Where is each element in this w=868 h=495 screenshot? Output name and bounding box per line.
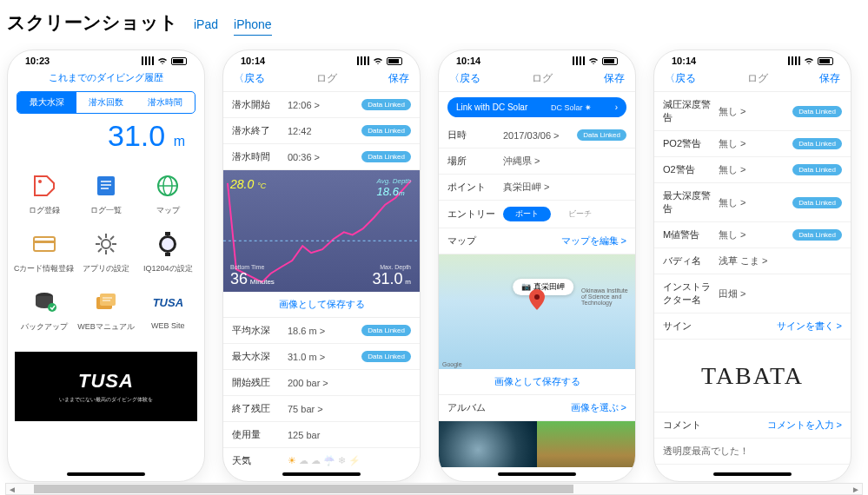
entry-beach[interactable]: ビーチ (556, 207, 604, 221)
nav-title: ログ (747, 71, 768, 86)
data-row[interactable]: 使用量125 bar (223, 422, 420, 448)
data-row[interactable]: 天気☀ ☁ ☁ ☔ ❄ ⚡ (223, 448, 420, 467)
screenshot-3[interactable]: 10:14 〈戻るログ保存 Link with DC SolarDC Solar… (438, 50, 636, 482)
scroll-left-icon[interactable]: ◄ (6, 485, 18, 494)
grid-map[interactable]: マップ (137, 165, 199, 223)
data-row[interactable]: M値警告無し >Data Linked (654, 222, 851, 248)
stat-segment[interactable]: 最大水深 潜水回数 潜水時間 (17, 91, 195, 114)
save-button[interactable]: 保存 (388, 71, 409, 86)
battery-icon (387, 57, 402, 65)
data-row[interactable]: PO2警告無し >Data Linked (654, 131, 851, 157)
section-title: スクリーンショット (7, 10, 178, 35)
svg-line-17 (110, 236, 114, 240)
data-linked-badge: Data Linked (792, 197, 842, 208)
seg-dive-time[interactable]: 潜水時間 (136, 92, 195, 113)
home-indicator (498, 472, 576, 476)
screenshot-4[interactable]: 10:14 〈戻るログ保存 減圧深度警告無し >Data LinkedPO2警告… (653, 50, 851, 482)
map-view[interactable]: 📷 真栄田岬 Okinawa Institute of Science and … (439, 254, 635, 369)
data-row[interactable]: 終了残圧75 bar > (223, 396, 420, 422)
save-button[interactable]: 保存 (819, 71, 840, 86)
album-thumbnails[interactable] (439, 421, 635, 467)
battery-icon (171, 57, 187, 65)
data-row[interactable]: 日時2017/03/06 >Data Linked (439, 122, 635, 148)
grid-website[interactable]: TUSAWEB Site (137, 281, 199, 340)
data-linked-badge: Data Linked (577, 129, 626, 141)
back-button[interactable]: 〈戻る (234, 71, 265, 86)
grid-settings[interactable]: アプリの設定 (75, 223, 136, 281)
depth-chart: 28.0 °C Avg. Depth18.6m Bottom Time36 Mi… (223, 170, 420, 292)
album-row: アルバム画像を選ぶ > (439, 395, 635, 421)
back-button[interactable]: 〈戻る (449, 71, 480, 86)
status-bar: 10:14 (654, 50, 851, 68)
data-row[interactable]: 潜水開始12:06 >Data Linked (223, 92, 420, 118)
screenshots-gallery[interactable]: 10:23 これまでのダイビング履歴 最大水深 潜水回数 潜水時間 31.0 m… (0, 43, 868, 489)
grid-manual[interactable]: WEBマニュアル (75, 281, 136, 340)
grid-log-add[interactable]: ログ登録 (13, 165, 75, 223)
tab-ipad[interactable]: iPad (194, 17, 218, 36)
signal-icon (357, 56, 369, 65)
horizontal-scrollbar[interactable]: ◄ ► (5, 483, 863, 495)
svg-point-20 (162, 238, 174, 250)
pick-image-link[interactable]: 画像を選ぶ > (503, 401, 626, 414)
grid-ccard[interactable]: Cカード情報登録 (13, 223, 75, 281)
svg-rect-1 (97, 176, 115, 195)
svg-line-18 (98, 248, 102, 252)
entry-segment[interactable]: ボート ビーチ (503, 207, 604, 221)
grid-iq1204[interactable]: IQ1204の設定 (137, 223, 199, 281)
data-row[interactable]: 潜水終了12:42Data Linked (223, 118, 420, 144)
data-row[interactable]: インストラクター名田畑 > (654, 274, 851, 314)
data-row[interactable]: 平均水深18.6 m >Data Linked (223, 318, 420, 344)
device-tabs: iPad iPhone (194, 17, 272, 36)
data-row[interactable]: 最大水深31.0 m >Data Linked (223, 344, 420, 370)
save-image-link[interactable]: 画像として保存する (223, 292, 420, 318)
scroll-right-icon[interactable]: ► (850, 485, 862, 494)
data-row[interactable]: 場所沖縄県 > (439, 148, 635, 175)
enter-comment-link[interactable]: コメントを入力 > (719, 419, 842, 432)
data-row[interactable]: ポイント真栄田岬 > (439, 175, 635, 201)
data-row[interactable]: O2警告無し >Data Linked (654, 157, 851, 183)
wifi-icon (588, 56, 599, 65)
data-linked-badge: Data Linked (792, 106, 842, 117)
wifi-icon (157, 56, 168, 65)
signal-icon (573, 56, 585, 65)
screenshot-1[interactable]: 10:23 これまでのダイビング履歴 最大水深 潜水回数 潜水時間 31.0 m… (7, 50, 205, 482)
data-row[interactable]: 潜水時間00:36 >Data Linked (223, 144, 420, 170)
signature-area: TABATA (654, 340, 851, 412)
scrollbar-thumb[interactable] (34, 485, 573, 493)
save-map-image-link[interactable]: 画像として保存する (439, 369, 635, 395)
comment-row: コメントコメントを入力 > (654, 412, 851, 439)
seg-max-depth[interactable]: 最大水深 (17, 92, 76, 113)
write-sign-link[interactable]: サインを書く > (719, 320, 842, 333)
data-row[interactable]: 減圧深度警告無し >Data Linked (654, 92, 851, 131)
thumb-1[interactable] (439, 421, 537, 467)
link-dc-solar-button[interactable]: Link with DC SolarDC Solar ✷› (447, 97, 626, 117)
svg-line-15 (98, 236, 102, 240)
map-pin-icon (529, 289, 545, 312)
thumb-2[interactable] (537, 421, 635, 467)
status-bar: 10:14 (439, 50, 635, 68)
home-indicator (67, 472, 145, 476)
map-side-label: Okinawa Institute of Science and Technol… (581, 287, 628, 306)
tab-iphone[interactable]: iPhone (234, 17, 272, 36)
save-button[interactable]: 保存 (604, 71, 625, 86)
screenshot-2[interactable]: 10:14 〈戻るログ保存 潜水開始12:06 >Data Linked潜水終了… (222, 50, 421, 482)
big-stat: 31.0 m (8, 117, 204, 158)
back-button[interactable]: 〈戻る (665, 71, 696, 86)
data-row[interactable]: 開始残圧200 bar > (223, 370, 420, 396)
data-linked-badge: Data Linked (361, 99, 411, 110)
svg-rect-22 (165, 253, 170, 256)
seg-dive-count[interactable]: 潜水回数 (76, 92, 136, 113)
grid-backup[interactable]: バックアップ (13, 281, 75, 340)
map-header-row: マップマップを編集 > (439, 228, 635, 254)
google-attribution: Google (442, 361, 462, 367)
entry-boat[interactable]: ボート (503, 207, 551, 221)
data-row[interactable]: バディ名浅草 こま > (654, 248, 851, 274)
svg-line-16 (110, 248, 114, 252)
edit-map-link[interactable]: マップを編集 > (503, 234, 626, 248)
clock: 10:14 (672, 56, 696, 66)
svg-rect-21 (165, 232, 170, 235)
data-linked-badge: Data Linked (361, 351, 411, 362)
grid-log-list[interactable]: ログ一覧 (75, 165, 136, 223)
data-row[interactable]: 最大深度警告無し >Data Linked (654, 183, 851, 222)
status-bar: 10:23 (8, 50, 204, 68)
